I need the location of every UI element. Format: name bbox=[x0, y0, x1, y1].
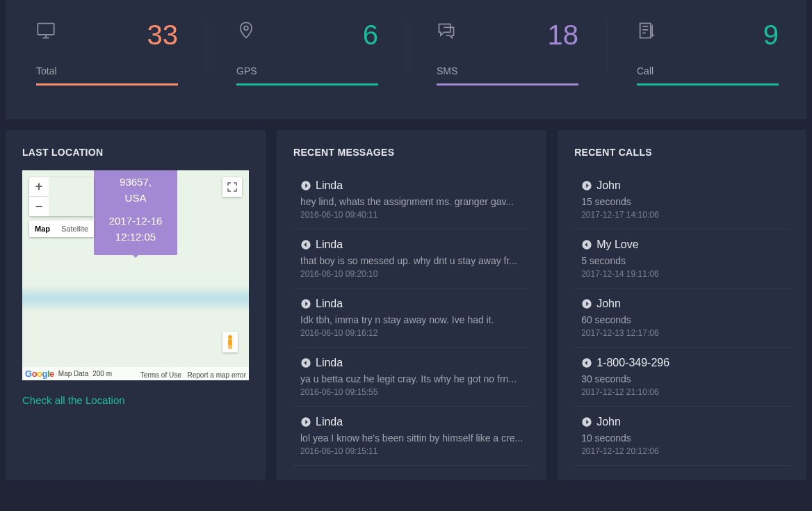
svg-point-3 bbox=[244, 26, 248, 31]
fullscreen-icon bbox=[227, 182, 237, 192]
list-item-name: Linda bbox=[316, 179, 343, 192]
list-item-name: 1-800-349-296 bbox=[596, 357, 669, 369]
list-item-body: that boy is so messed up. why dnt u stay… bbox=[300, 255, 523, 266]
list-item[interactable]: Lindaya u betta cuz he legit cray. Its w… bbox=[293, 348, 530, 407]
list-item-name: Linda bbox=[316, 298, 343, 310]
fullscreen-button[interactable] bbox=[222, 177, 242, 197]
svg-rect-11 bbox=[231, 345, 232, 349]
panel-title-recent-messages: RECENT MESSAGES bbox=[293, 147, 530, 158]
pegman-icon bbox=[225, 334, 235, 350]
arrow-right-circle-icon bbox=[300, 298, 311, 309]
stat-value-sms: 18 bbox=[548, 21, 579, 49]
list-item-name: Linda bbox=[316, 238, 343, 251]
list-item-time: 2017-12-12 20:12:06 bbox=[581, 446, 783, 456]
list-item-body: lol yea I know he's been sittin by himse… bbox=[300, 432, 523, 444]
list-item-body: 15 seconds bbox=[581, 196, 783, 207]
list-item-body: ya u betta cuz he legit cray. Its why he… bbox=[300, 373, 523, 384]
list-item-body: 30 seconds bbox=[581, 373, 783, 384]
terms-link[interactable]: Terms of Use bbox=[140, 371, 181, 379]
pegman-handle[interactable] bbox=[222, 332, 238, 352]
stat-card-call[interactable]: 9 Call bbox=[606, 21, 806, 86]
zoom-in-button[interactable]: + bbox=[29, 177, 49, 197]
stat-underline-total bbox=[36, 83, 178, 86]
list-item[interactable]: John10 seconds2017-12-12 20:12:06 bbox=[574, 407, 790, 466]
list-item[interactable]: My Love5 seconds2017-12-14 19:11:06 bbox=[574, 229, 790, 289]
svg-rect-9 bbox=[228, 339, 232, 346]
report-error-link[interactable]: Report a map error bbox=[188, 371, 246, 379]
stat-underline-sms bbox=[437, 83, 578, 86]
list-item-header: John bbox=[581, 298, 783, 310]
panel-recent-messages: RECENT MESSAGES Lindahey lind, whats the… bbox=[277, 130, 546, 480]
google-logo: Google bbox=[25, 368, 54, 379]
list-item[interactable]: 1-800-349-29630 seconds2017-12-12 21:10:… bbox=[574, 348, 790, 407]
panel-title-last-location: LAST LOCATION bbox=[22, 147, 249, 158]
zoom-controls: + − bbox=[29, 177, 94, 216]
calls-list: John15 seconds2017-12-17 14:10:06My Love… bbox=[574, 170, 790, 466]
list-item-header: Linda bbox=[300, 416, 523, 428]
list-item-body: Idk tbh, imma try n stay away now. Ive h… bbox=[300, 314, 523, 325]
map-type-toggle: Map Satellite bbox=[29, 220, 94, 237]
messages-list: Lindahey lind, whats the assignment ms. … bbox=[293, 170, 530, 466]
list-item[interactable]: LindaIdk tbh, imma try n stay away now. … bbox=[293, 289, 530, 348]
arrow-left-circle-icon bbox=[581, 357, 592, 368]
list-item-time: 2017-12-17 14:10:06 bbox=[581, 210, 783, 220]
list-item-name: Linda bbox=[316, 416, 343, 428]
map-type-map[interactable]: Map bbox=[29, 220, 56, 237]
list-item[interactable]: John60 seconds2017-12-13 12:17:06 bbox=[574, 289, 790, 348]
arrow-right-circle-icon bbox=[581, 298, 592, 309]
stat-label-gps: GPS bbox=[236, 65, 378, 76]
map-scale: 200 m bbox=[92, 370, 112, 378]
list-item-time: 2016-06-10 09:40:11 bbox=[300, 210, 523, 220]
arrow-right-circle-icon bbox=[300, 180, 311, 191]
panels-row: LAST LOCATION 93657, USA 2017-12-16 12:1… bbox=[0, 130, 812, 480]
arrow-left-circle-icon bbox=[581, 239, 592, 250]
list-item[interactable]: Lindahey lind, whats the assignment ms. … bbox=[293, 170, 530, 229]
stat-underline-call bbox=[637, 83, 779, 86]
list-item-name: John bbox=[596, 179, 621, 192]
list-item-time: 2017-12-14 19:11:06 bbox=[581, 269, 783, 279]
arrow-right-circle-icon bbox=[581, 416, 592, 428]
monitor-icon bbox=[36, 21, 56, 40]
list-item-name: John bbox=[596, 416, 621, 428]
list-item[interactable]: Lindathat boy is so messed up. why dnt u… bbox=[293, 229, 530, 289]
stat-value-call: 9 bbox=[763, 21, 779, 49]
list-item-time: 2016-06-10 09:20:10 bbox=[300, 269, 523, 279]
list-item-header: Linda bbox=[300, 238, 523, 251]
map[interactable]: 93657, USA 2017-12-16 12:12:05 + − Map S… bbox=[22, 170, 249, 380]
list-item[interactable]: Lindalol yea I know he's been sittin by … bbox=[293, 407, 530, 466]
map-attribution: Google Map Data 200 m Terms of Use Repor… bbox=[22, 367, 249, 380]
list-item-header: Linda bbox=[300, 298, 523, 310]
list-item-header: 1-800-349-296 bbox=[581, 357, 783, 369]
arrow-right-circle-icon bbox=[581, 180, 592, 191]
stat-label-total: Total bbox=[36, 65, 178, 76]
list-item-name: Linda bbox=[316, 357, 343, 369]
list-item-header: Linda bbox=[300, 357, 523, 369]
stat-label-sms: SMS bbox=[437, 65, 578, 76]
message-icon bbox=[437, 21, 456, 40]
stat-card-gps[interactable]: 6 GPS bbox=[206, 21, 406, 86]
check-all-location-link[interactable]: Check all the Location bbox=[22, 394, 125, 406]
map-pin-icon bbox=[236, 21, 256, 40]
stat-card-sms[interactable]: 18 SMS bbox=[406, 21, 606, 86]
panel-title-recent-calls: RECENT CALLS bbox=[574, 147, 790, 158]
list-item-time: 2017-12-13 12:17:06 bbox=[581, 328, 783, 338]
map-info-bubble: 93657, USA 2017-12-16 12:12:05 bbox=[94, 170, 177, 255]
svg-point-8 bbox=[228, 335, 232, 339]
panel-recent-calls: RECENT CALLS John15 seconds2017-12-17 14… bbox=[558, 130, 806, 480]
list-item-time: 2017-12-12 21:10:06 bbox=[581, 387, 783, 397]
stat-card-total[interactable]: 33 Total bbox=[6, 21, 206, 86]
arrow-right-circle-icon bbox=[300, 416, 311, 428]
stat-value-total: 33 bbox=[147, 21, 179, 49]
arrow-left-circle-icon bbox=[300, 239, 311, 250]
zoom-out-button[interactable]: − bbox=[29, 197, 49, 216]
stat-label-call: Call bbox=[637, 65, 779, 76]
stat-value-gps: 6 bbox=[363, 21, 378, 49]
map-data-link[interactable]: Map Data bbox=[58, 370, 88, 378]
list-item-header: My Love bbox=[581, 238, 783, 251]
list-item[interactable]: John15 seconds2017-12-17 14:10:06 bbox=[574, 170, 790, 229]
list-item-time: 2016-06-10 09:15:11 bbox=[300, 446, 523, 456]
notes-icon bbox=[637, 21, 656, 40]
list-item-body: hey lind, whats the assignment ms. grang… bbox=[300, 196, 523, 207]
map-type-satellite[interactable]: Satellite bbox=[56, 220, 94, 237]
svg-rect-0 bbox=[38, 24, 54, 35]
